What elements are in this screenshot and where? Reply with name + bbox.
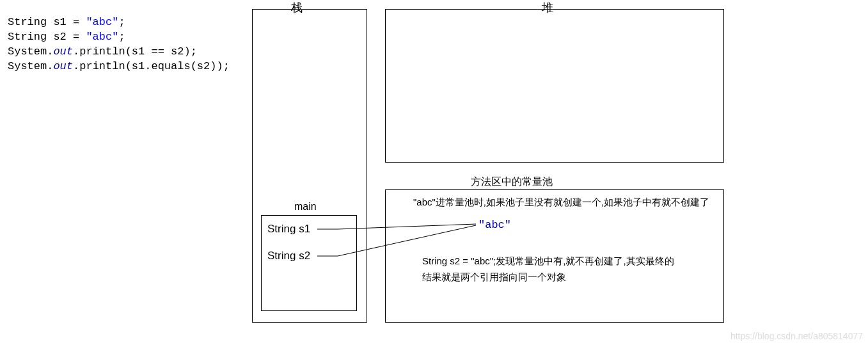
constpool-abc: "abc"	[478, 219, 511, 231]
watermark: https://blog.csdn.net/a805814077	[730, 331, 863, 341]
var-s2: String s2	[267, 250, 310, 262]
code-line-1: String s1 = "abc";	[8, 16, 125, 28]
constpool-note-2: String s2 = "abc";发现常量池中有,就不再创建了,其实最终的结果…	[422, 253, 678, 285]
var-s1: String s1	[267, 223, 310, 236]
code-line-2: String s2 = "abc";	[8, 31, 125, 43]
code-line-3: System.out.println(s1 == s2);	[8, 45, 197, 58]
code-block: String s1 = "abc"; String s2 = "abc"; Sy…	[8, 15, 230, 74]
constpool-label: 方法区中的常量池	[471, 175, 553, 189]
code-line-4: System.out.println(s1.equals(s2));	[8, 60, 230, 72]
constpool-note-1: "abc"进常量池时,如果池子里没有就创建一个,如果池子中有就不创建了	[413, 195, 714, 210]
heap-box	[385, 9, 724, 163]
main-label: main	[294, 201, 317, 213]
